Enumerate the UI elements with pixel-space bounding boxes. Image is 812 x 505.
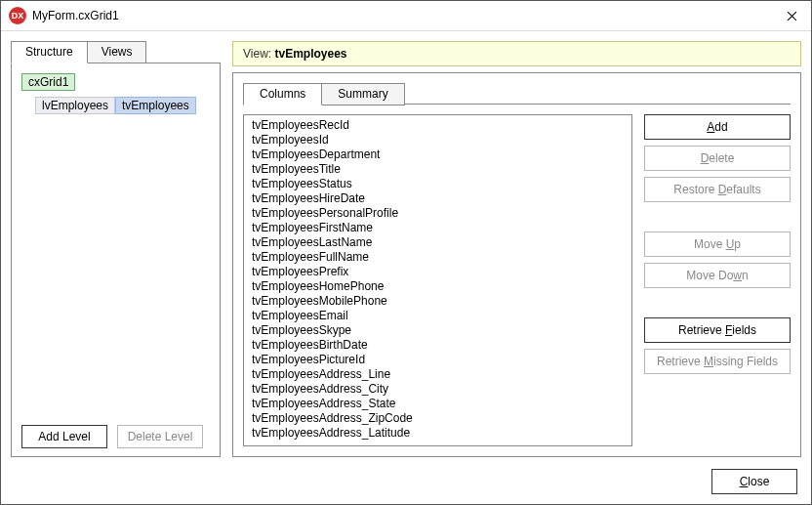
window-close-button[interactable] bbox=[772, 1, 811, 30]
list-item[interactable]: tvEmployeesStatus bbox=[244, 177, 631, 191]
tab-views[interactable]: Views bbox=[88, 41, 147, 63]
list-item[interactable]: tvEmployeesBirthDate bbox=[244, 338, 631, 353]
list-item[interactable]: tvEmployeesLastName bbox=[244, 235, 631, 250]
add-button[interactable]: Add bbox=[644, 114, 791, 140]
move-down-button: Move Down bbox=[644, 263, 791, 288]
tab-summary[interactable]: Summary bbox=[322, 83, 404, 105]
retrieve-fields-button[interactable]: Retrieve Fields bbox=[644, 317, 791, 343]
list-item[interactable]: tvEmployeesAddress_Latitude bbox=[244, 426, 631, 441]
columns-content: tvEmployeesRecIdtvEmployeesIdtvEmployees… bbox=[243, 114, 791, 446]
view-box: Columns Summary tvEmployeesRecIdtvEmploy… bbox=[232, 72, 801, 457]
view-header-label: View: bbox=[243, 47, 271, 61]
body: Structure Views cxGrid1 lvEmployeestvEmp… bbox=[1, 31, 811, 463]
side-buttons: Add Delete Restore Defaults Move Up Move… bbox=[644, 114, 791, 446]
list-item[interactable]: tvEmployeesPrefix bbox=[244, 265, 631, 279]
list-item[interactable]: tvEmployeesFullName bbox=[244, 250, 631, 265]
tree-root[interactable]: cxGrid1 bbox=[21, 73, 75, 91]
window-title: MyForm.cxGrid1 bbox=[32, 9, 772, 22]
window: DX MyForm.cxGrid1 Structure Views cxGrid… bbox=[0, 0, 812, 505]
list-item[interactable]: tvEmployeesPersonalProfile bbox=[244, 206, 631, 221]
tab-structure[interactable]: Structure bbox=[11, 41, 88, 63]
tree-item[interactable]: lvEmployees bbox=[35, 97, 115, 114]
delete-level-button: Delete Level bbox=[117, 425, 203, 448]
structure-buttons: Add Level Delete Level bbox=[21, 425, 210, 448]
app-icon: DX bbox=[9, 7, 26, 24]
delete-button: Delete bbox=[644, 146, 791, 171]
list-item[interactable]: tvEmployeesHireDate bbox=[244, 191, 631, 206]
tree-item[interactable]: tvEmployees bbox=[115, 97, 196, 114]
left-panel: Structure Views cxGrid1 lvEmployeestvEmp… bbox=[11, 41, 221, 457]
structure-tree: cxGrid1 lvEmployeestvEmployees bbox=[21, 73, 210, 417]
list-item[interactable]: tvEmployeesSkype bbox=[244, 323, 631, 338]
list-item[interactable]: tvEmployeesAddress_State bbox=[244, 397, 631, 411]
title-bar: DX MyForm.cxGrid1 bbox=[1, 1, 811, 31]
add-level-button[interactable]: Add Level bbox=[21, 425, 107, 448]
list-item[interactable]: tvEmployeesTitle bbox=[244, 162, 631, 177]
right-tabs: Columns Summary bbox=[243, 83, 791, 105]
view-header: View: tvEmployees bbox=[232, 41, 801, 66]
left-tabs: Structure Views bbox=[11, 41, 221, 63]
list-item[interactable]: tvEmployeesAddress_Line bbox=[244, 367, 631, 382]
restore-defaults-button: Restore Defaults bbox=[644, 177, 791, 202]
list-item[interactable]: tvEmployeesRecId bbox=[244, 118, 631, 133]
list-item[interactable]: tvEmployeesHomePhone bbox=[244, 279, 631, 294]
close-button[interactable]: Close bbox=[711, 469, 797, 494]
list-item[interactable]: tvEmployeesId bbox=[244, 133, 631, 147]
columns-listbox[interactable]: tvEmployeesRecIdtvEmployeesIdtvEmployees… bbox=[243, 114, 632, 446]
tab-columns[interactable]: Columns bbox=[243, 83, 322, 105]
footer: Close bbox=[1, 463, 811, 504]
list-item[interactable]: tvEmployeesAddress_ZipCode bbox=[244, 411, 631, 426]
list-item[interactable]: tvEmployeesAddress_City bbox=[244, 382, 631, 397]
right-panel: View: tvEmployees Columns Summary tvEmpl… bbox=[232, 41, 801, 457]
structure-box: cxGrid1 lvEmployeestvEmployees Add Level… bbox=[11, 63, 221, 457]
list-item[interactable]: tvEmployeesDepartment bbox=[244, 147, 631, 162]
list-item[interactable]: tvEmployeesMobilePhone bbox=[244, 294, 631, 309]
list-item[interactable]: tvEmployeesPictureId bbox=[244, 353, 631, 367]
list-item[interactable]: tvEmployeesFirstName bbox=[244, 221, 631, 235]
move-up-button: Move Up bbox=[644, 231, 791, 257]
retrieve-missing-fields-button: Retrieve Missing Fields bbox=[644, 349, 791, 374]
list-item[interactable]: tvEmployeesEmail bbox=[244, 309, 631, 323]
view-header-value: tvEmployees bbox=[274, 47, 346, 61]
